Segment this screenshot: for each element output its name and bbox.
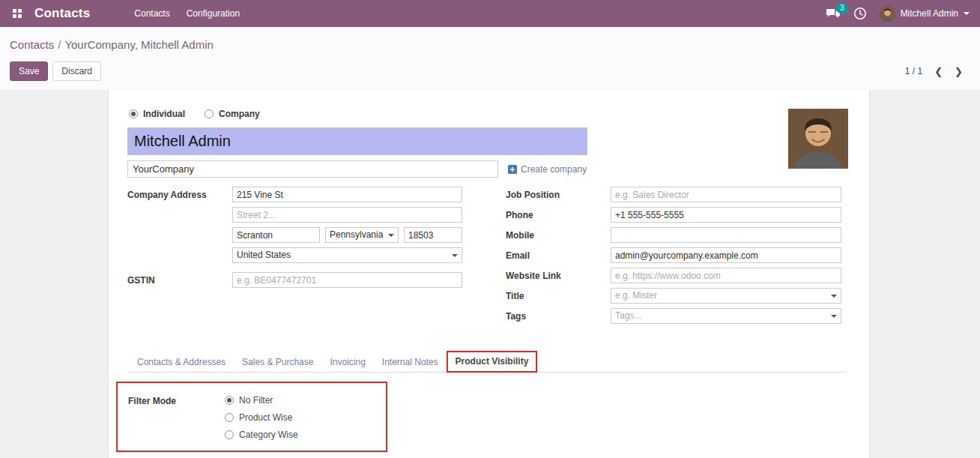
- website-input[interactable]: [611, 268, 841, 283]
- phone-group: Phone: [506, 207, 841, 223]
- create-company-label: Create company: [521, 164, 587, 175]
- messages-badge: 3: [836, 3, 848, 13]
- phone-input[interactable]: [611, 207, 841, 223]
- breadcrumb-separator: /: [58, 38, 61, 51]
- tab-invoicing[interactable]: Invoicing: [321, 352, 373, 372]
- job-position-label: Job Position: [506, 187, 611, 202]
- country-value: United States: [237, 248, 449, 262]
- radio-individual-label: Individual: [143, 109, 185, 119]
- job-position-group: Job Position: [506, 187, 841, 202]
- top-navbar: Contacts Contacts Configuration 3: [0, 0, 980, 27]
- email-group: Email: [506, 247, 841, 263]
- email-label: Email: [506, 247, 611, 263]
- chevron-down-icon: [831, 315, 837, 321]
- city-state-zip-row: Pennsylvania (L: [232, 227, 462, 243]
- company-row: Create company: [127, 160, 847, 178]
- details-column: Job Position Phone Mobile Email Website …: [506, 187, 841, 328]
- gstin-label: GSTIN: [127, 272, 232, 288]
- company-input[interactable]: [127, 160, 498, 178]
- tags-placeholder: Tags...: [615, 309, 828, 323]
- street-input[interactable]: [232, 187, 462, 202]
- breadcrumb: Contacts/YourCompany, Mitchell Admin: [10, 38, 970, 52]
- app-menu: Contacts Configuration: [126, 0, 248, 27]
- chevron-down-icon: [452, 254, 458, 260]
- radio-unselected-icon: [225, 430, 234, 439]
- plus-square-icon: [508, 165, 517, 174]
- radio-individual[interactable]: Individual: [129, 109, 185, 119]
- gstin-group: GSTIN: [127, 272, 481, 288]
- contact-type-selector: Individual Company: [129, 109, 847, 119]
- radio-unselected-icon: [205, 109, 214, 118]
- discard-button[interactable]: Discard: [52, 61, 101, 81]
- company-address-group: Company Address Pennsylvania (L: [127, 187, 481, 268]
- save-button[interactable]: Save: [10, 61, 48, 81]
- city-input[interactable]: [232, 227, 320, 243]
- title-select[interactable]: e.g. Mister: [611, 288, 841, 304]
- filter-mode-options: No Filter Product Wise Category Wise: [225, 395, 298, 440]
- form-columns: Company Address Pennsylvania (L: [127, 187, 847, 328]
- company-address-label: Company Address: [127, 187, 232, 268]
- pager: 1 / 1 ❮ ❯: [905, 66, 970, 76]
- zip-input[interactable]: [404, 227, 462, 243]
- tab-product-visibility[interactable]: Product Visibility: [447, 351, 538, 373]
- no-filter-label: No Filter: [239, 395, 273, 406]
- pager-previous-button[interactable]: ❮: [934, 67, 943, 76]
- user-name: Mitchell Admin: [901, 8, 958, 19]
- menu-contacts[interactable]: Contacts: [126, 0, 178, 27]
- tab-contacts-addresses[interactable]: Contacts & Addresses: [129, 352, 234, 372]
- email-input[interactable]: [611, 247, 841, 263]
- radio-company-label: Company: [219, 109, 260, 119]
- gstin-input[interactable]: [232, 272, 462, 288]
- tags-group: Tags Tags...: [506, 308, 841, 324]
- tab-internal-notes[interactable]: Internal Notes: [374, 352, 447, 372]
- tags-select[interactable]: Tags...: [611, 308, 841, 324]
- chevron-down-icon: [831, 295, 837, 301]
- radio-selected-icon: [225, 396, 234, 405]
- pager-next-button[interactable]: ❯: [955, 67, 963, 76]
- pager-count: 1 / 1: [905, 66, 922, 76]
- product-visibility-pane: Filter Mode No Filter Product Wise Ca: [127, 373, 847, 452]
- radio-company[interactable]: Company: [205, 109, 260, 119]
- contact-form-sheet: Individual Company Create company: [109, 90, 869, 458]
- address-column: Company Address Pennsylvania (L: [127, 187, 481, 328]
- radio-unselected-icon: [225, 413, 234, 422]
- website-group: Website Link: [506, 268, 841, 283]
- notebook: Contacts & Addresses Sales & Purchase In…: [127, 351, 847, 452]
- state-value: Pennsylvania (L: [330, 228, 385, 242]
- breadcrumb-link-contacts[interactable]: Contacts: [10, 38, 54, 51]
- tab-sales-purchase[interactable]: Sales & Purchase: [234, 352, 321, 372]
- messages-button[interactable]: 3: [826, 8, 841, 19]
- apps-menu-button[interactable]: [7, 4, 27, 23]
- category-wise-label: Category Wise: [239, 430, 298, 440]
- mobile-input[interactable]: [611, 227, 841, 243]
- radio-no-filter[interactable]: No Filter: [225, 395, 298, 406]
- tags-label: Tags: [506, 308, 611, 324]
- radio-category-wise[interactable]: Category Wise: [225, 430, 298, 440]
- systray: 3 Mitchell Admin: [826, 6, 973, 22]
- chevron-down-icon: [388, 234, 394, 240]
- create-company-button[interactable]: Create company: [508, 164, 587, 175]
- name-input[interactable]: [127, 127, 587, 155]
- radio-selected-icon: [129, 109, 138, 118]
- menu-configuration[interactable]: Configuration: [178, 0, 248, 27]
- title-label: Title: [506, 288, 611, 304]
- radio-product-wise[interactable]: Product Wise: [225, 412, 298, 423]
- phone-label: Phone: [506, 207, 611, 223]
- filter-mode-label: Filter Mode: [128, 395, 225, 440]
- control-panel-actions: Save Discard 1 / 1 ❮ ❯: [10, 61, 970, 81]
- contact-photo[interactable]: [788, 109, 848, 169]
- state-select[interactable]: Pennsylvania (L: [325, 227, 399, 243]
- user-menu[interactable]: Mitchell Admin: [880, 6, 970, 22]
- address-widget: Pennsylvania (L United States: [232, 187, 462, 268]
- mobile-group: Mobile: [506, 227, 841, 243]
- activities-button[interactable]: [853, 7, 867, 20]
- mobile-label: Mobile: [506, 227, 611, 243]
- job-position-input[interactable]: [611, 187, 841, 202]
- street2-input[interactable]: [232, 207, 462, 223]
- tab-bar: Contacts & Addresses Sales & Purchase In…: [127, 351, 847, 373]
- user-avatar: [880, 6, 895, 22]
- control-panel: Contacts/YourCompany, Mitchell Admin Sav…: [0, 27, 980, 90]
- clock-icon: [853, 7, 867, 20]
- country-select[interactable]: United States: [232, 247, 462, 263]
- title-placeholder: e.g. Mister: [615, 289, 828, 303]
